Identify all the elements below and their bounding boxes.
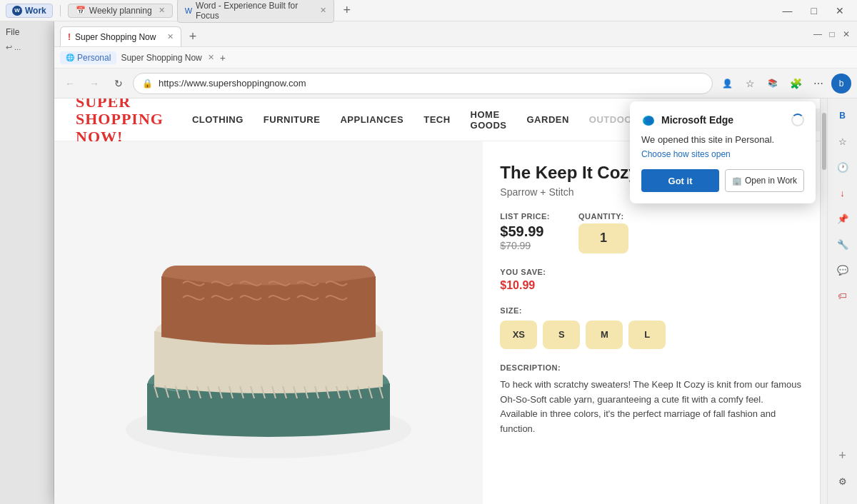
os-close-btn[interactable]: ✕ — [828, 5, 851, 16]
os-tab-word[interactable]: W Word - Experience Built for Focus ✕ — [177, 0, 334, 23]
word-tab-label: Word - Experience Built for Focus — [196, 1, 314, 21]
current-price: $59.99 — [500, 223, 550, 240]
product-image-area — [54, 141, 483, 504]
favorites-icon[interactable]: ☆ — [740, 74, 760, 94]
size-l[interactable]: L — [628, 321, 666, 349]
price-quantity-row: LIST PRICE: $59.99 $70.99 QUANTITY: 1 — [500, 212, 803, 253]
nav-tech[interactable]: TECH — [424, 114, 450, 125]
popup-message: We opened this site in Personal. — [641, 134, 804, 145]
size-label: SIZE: — [500, 306, 803, 315]
popup-link[interactable]: Choose how sites open — [641, 149, 804, 159]
nav-furniture[interactable]: FURNITURE — [264, 114, 321, 125]
popup-title-row: Microsoft Edge — [641, 113, 733, 127]
edit-undo[interactable]: ↩ ... — [0, 40, 54, 55]
os-tab-weekly-planning[interactable]: 📅 Weekly planning ✕ — [68, 4, 173, 18]
nav-appliances[interactable]: APPLIANCES — [340, 114, 404, 125]
price-block: LIST PRICE: $59.99 $70.99 — [500, 212, 550, 253]
weekly-planning-close[interactable]: ✕ — [159, 6, 165, 15]
profile-tab-close[interactable]: ✕ — [208, 53, 214, 62]
address-bar[interactable]: 🔒 https://www.supershoppingnow.com — [133, 73, 713, 94]
more-options-icon[interactable]: ⋯ — [808, 74, 828, 94]
edge-sidebar-bing-icon[interactable]: B — [831, 104, 854, 127]
savings-row: YOU SAVE: $10.99 — [500, 268, 803, 292]
address-bar-url: https://www.supershoppingnow.com — [159, 78, 703, 89]
browser-tab-shopping[interactable]: ! Super Shopping Now ✕ — [60, 26, 181, 46]
description-row: DESCRIPTION: To heck with scratchy sweat… — [500, 363, 803, 437]
profile-new-tab[interactable]: + — [220, 52, 226, 64]
edge-logo-icon — [641, 113, 656, 127]
os-minimize-btn[interactable]: — — [776, 5, 800, 16]
got-it-button[interactable]: Got it — [641, 169, 719, 192]
taskbar-app-tag[interactable]: W Work — [6, 4, 53, 18]
list-price-label: LIST PRICE: — [500, 212, 550, 221]
size-m[interactable]: M — [586, 321, 623, 349]
edge-popup: Microsoft Edge We opened this site in Pe… — [630, 101, 816, 203]
new-tab-button[interactable]: + — [183, 26, 203, 46]
forward-button[interactable]: → — [84, 74, 104, 94]
nav-garden[interactable]: GARDEN — [527, 114, 569, 125]
nav-clothing[interactable]: CLOTHING — [192, 114, 244, 125]
address-bar-lock-icon: 🔒 — [142, 79, 153, 89]
description-text: To heck with scratchy sweaters! The Keep… — [500, 378, 803, 437]
toolbar-icons: 👤 ☆ 📚 🧩 ⋯ b — [717, 74, 851, 94]
quantity-selector[interactable]: 1 — [578, 223, 628, 253]
file-menu-item[interactable]: File — [0, 24, 54, 40]
word-icon: W — [185, 6, 192, 15]
you-save-label: YOU SAVE: — [500, 268, 803, 276]
shopping-tab-label: Super Shopping Now — [75, 32, 156, 42]
profile-site-title: Super Shopping Now — [121, 53, 201, 63]
browser-toolbar: ← → ↻ 🔒 https://www.supershoppingnow.com… — [54, 69, 857, 99]
shopping-tab-close[interactable]: ✕ — [167, 32, 174, 41]
extensions-icon[interactable]: 🧩 — [786, 74, 806, 94]
browser-minimize-btn[interactable]: — — [813, 29, 823, 39]
size-xs[interactable]: XS — [500, 321, 537, 349]
edge-sidebar-shopping-icon[interactable]: 🏷 — [831, 284, 854, 307]
word-tab-close[interactable]: ✕ — [320, 6, 326, 15]
popup-spinner — [791, 114, 804, 126]
scroll-track[interactable] — [820, 99, 827, 504]
collections-icon[interactable]: 📚 — [763, 74, 783, 94]
edge-sidebar-add-icon[interactable]: + — [831, 444, 854, 467]
open-in-work-button[interactable]: 🏢 Open in Work — [725, 169, 804, 192]
original-price: $70.99 — [500, 240, 550, 251]
sweater-svg — [90, 173, 447, 473]
new-tab-os[interactable]: + — [339, 2, 356, 19]
edge-sidebar-settings-icon[interactable]: ⚙ — [831, 470, 854, 493]
work-icon-small: 🏢 — [732, 176, 742, 186]
profile-icon-small: 🌐 — [66, 54, 74, 61]
profile-label: Personal — [77, 53, 111, 63]
taskbar-app-label: Work — [25, 6, 46, 16]
edge-sidebar-bottom: + ⚙ — [831, 444, 854, 498]
shopping-tab-favicon: ! — [68, 32, 71, 42]
size-options: XS S M L — [500, 321, 803, 349]
edge-sidebar-history-icon[interactable]: 🕐 — [831, 156, 854, 178]
work-app-icon: W — [12, 6, 22, 16]
browser-close-btn[interactable]: ✕ — [841, 29, 851, 39]
profile-bar: 🌐 Personal Super Shopping Now ✕ + — [54, 47, 857, 69]
edge-copilot-icon[interactable]: b — [831, 74, 851, 94]
edge-sidebar-downloads-icon[interactable]: ↓ — [831, 181, 854, 204]
edge-sidebar: B ☆ 🕐 ↓ 📌 🔧 💬 🏷 + ⚙ — [827, 99, 857, 504]
profile-tag[interactable]: 🌐 Personal — [60, 51, 116, 64]
taskbar-separator — [60, 5, 61, 16]
quantity-label: QUANTITY: — [578, 212, 628, 221]
description-label: DESCRIPTION: — [500, 363, 803, 372]
browser-maximize-btn[interactable]: □ — [827, 29, 837, 39]
quantity-block: QUANTITY: 1 — [578, 212, 628, 253]
browser-tabs: ! Super Shopping Now ✕ + — [60, 21, 807, 46]
open-in-work-label: Open in Work — [745, 176, 797, 186]
profile-toolbar-icon[interactable]: 👤 — [717, 74, 737, 94]
edge-sidebar-collections-icon[interactable]: 📌 — [831, 207, 854, 230]
size-s[interactable]: S — [543, 321, 580, 349]
os-maximize-btn[interactable]: □ — [804, 5, 824, 16]
edge-sidebar-favorites-icon[interactable]: ☆ — [831, 130, 854, 153]
browser-titlebar: ! Super Shopping Now ✕ + — □ ✕ — [54, 21, 857, 47]
nav-home-goods[interactable]: HOME GOODS — [471, 109, 507, 131]
back-button[interactable]: ← — [60, 74, 80, 94]
popup-title: Microsoft Edge — [661, 114, 733, 126]
edge-sidebar-tools-icon[interactable]: 🔧 — [831, 233, 854, 256]
edge-sidebar-chat-icon[interactable]: 💬 — [831, 258, 854, 281]
size-row: SIZE: XS S M L — [500, 306, 803, 349]
refresh-button[interactable]: ↻ — [109, 74, 129, 94]
scroll-thumb[interactable] — [822, 113, 826, 170]
